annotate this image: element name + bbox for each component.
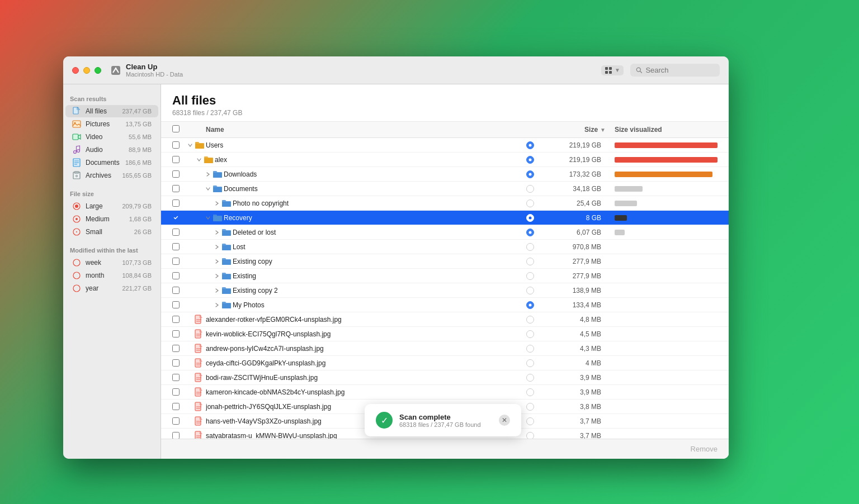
table-row[interactable]: Documents34,18 GB [161, 182, 729, 196]
row-expand-button[interactable] [213, 274, 221, 278]
table-row[interactable]: Recovery 8 GB [161, 211, 729, 225]
row-expand-button[interactable] [213, 230, 221, 235]
sidebar-item-documents[interactable]: Documents 186,6 MB [65, 156, 158, 169]
table-row[interactable]: Photo no copyright25,4 GB [161, 196, 729, 211]
row-star-button[interactable] [522, 403, 539, 411]
row-checkbox[interactable] [172, 141, 186, 149]
select-all-checkbox[interactable] [172, 125, 180, 132]
close-button[interactable] [72, 67, 79, 74]
row-check-input[interactable] [172, 301, 180, 308]
row-expand-button[interactable] [204, 172, 213, 177]
row-star-button[interactable] [522, 359, 539, 367]
table-row[interactable]: alexander-rotker-vfpEGM0RCk4-unsplash.jp… [161, 312, 729, 327]
row-check-input[interactable] [172, 170, 180, 178]
row-star-button[interactable] [522, 214, 539, 222]
header-name[interactable]: Name [206, 126, 522, 134]
row-checkbox[interactable] [172, 359, 186, 367]
toast-close-button[interactable]: ✕ [499, 415, 510, 426]
sidebar-item-year[interactable]: year 221,27 GB [65, 282, 158, 294]
sidebar-item-small[interactable]: Small 26 GB [65, 226, 158, 238]
sidebar-item-video[interactable]: Video 55,6 MB [65, 131, 158, 143]
table-row[interactable]: ceyda-ciftci-GGD9KgalPkY-unsplash.jpg4 M… [161, 356, 729, 370]
sidebar-item-audio[interactable]: Audio 88,9 MB [65, 144, 158, 156]
row-checkbox[interactable] [172, 330, 186, 337]
row-checkbox[interactable] [172, 185, 186, 192]
row-check-input[interactable] [172, 316, 180, 323]
row-check-input[interactable] [172, 243, 180, 250]
row-check-input[interactable] [172, 199, 180, 207]
row-check-input[interactable] [172, 156, 180, 163]
row-expand-button[interactable] [186, 143, 195, 148]
row-checkbox[interactable] [172, 214, 186, 221]
row-checkbox[interactable] [172, 417, 186, 425]
table-row[interactable]: Downloads 173,32 GB [161, 167, 729, 182]
row-star-button[interactable] [522, 170, 539, 178]
row-checkbox[interactable] [172, 432, 186, 439]
table-row[interactable]: Existing copy 2138,9 MB [161, 283, 729, 298]
table-row[interactable]: My Photos 133,4 MB [161, 298, 729, 312]
table-row[interactable]: bodi-raw-ZSCITWjHnuE-unsplash.jpg3,9 MB [161, 370, 729, 385]
view-toggle[interactable]: ▼ [601, 65, 624, 75]
sidebar-item-pictures[interactable]: Pictures 13,75 GB [65, 118, 158, 130]
row-expand-button[interactable] [213, 288, 221, 293]
table-row[interactable]: Lost970,8 MB [161, 240, 729, 254]
row-check-input[interactable] [172, 287, 180, 294]
sidebar-item-week[interactable]: week 107,73 GB [65, 256, 158, 269]
row-check-input[interactable] [172, 417, 180, 425]
row-check-input[interactable] [172, 141, 180, 149]
row-checkbox[interactable] [172, 199, 186, 207]
sidebar-item-month[interactable]: month 108,84 GB [65, 269, 158, 282]
minimize-button[interactable] [83, 67, 90, 74]
row-check-input[interactable] [172, 374, 180, 381]
row-expand-button[interactable] [213, 245, 221, 249]
row-star-button[interactable] [522, 272, 539, 280]
row-checkbox[interactable] [172, 316, 186, 323]
row-checkbox[interactable] [172, 272, 186, 279]
table-row[interactable]: kameron-kincade-obNMAS2b4cY-unsplash.jpg… [161, 385, 729, 400]
row-checkbox[interactable] [172, 403, 186, 410]
table-row[interactable]: Existing copy277,9 MB [161, 254, 729, 269]
row-star-button[interactable] [522, 432, 539, 439]
row-check-input[interactable] [172, 330, 180, 337]
row-checkbox[interactable] [172, 301, 186, 308]
row-expand-button[interactable] [204, 216, 213, 220]
row-star-button[interactable] [522, 301, 539, 309]
search-bar[interactable] [630, 64, 720, 77]
remove-button[interactable]: Remove [691, 445, 718, 453]
table-row[interactable]: andrew-pons-lyICw4zcA7I-unsplash.jpg4,3 … [161, 341, 729, 356]
row-checkbox[interactable] [172, 258, 186, 265]
table-row[interactable]: alex 219,19 GB [161, 153, 729, 167]
row-checkbox[interactable] [172, 388, 186, 396]
sidebar-item-archives[interactable]: Archives 165,65 GB [65, 169, 158, 182]
row-expand-button[interactable] [195, 158, 204, 162]
row-check-input[interactable] [172, 185, 180, 192]
search-input[interactable] [645, 66, 714, 74]
row-checkbox[interactable] [172, 374, 186, 381]
sidebar-item-medium[interactable]: Medium 1,68 GB [65, 213, 158, 225]
sidebar-item-large[interactable]: Large 209,79 GB [65, 200, 158, 212]
row-expand-button[interactable] [213, 303, 221, 307]
row-star-button[interactable] [522, 417, 539, 425]
row-star-button[interactable] [522, 258, 539, 265]
row-checkbox[interactable] [172, 287, 186, 294]
table-row[interactable]: Users 219,19 GB [161, 138, 729, 153]
row-star-button[interactable] [522, 156, 539, 164]
row-star-button[interactable] [522, 316, 539, 324]
row-star-button[interactable] [522, 243, 539, 251]
row-check-input[interactable] [172, 229, 180, 236]
row-check-input[interactable] [172, 345, 180, 352]
row-checkbox[interactable] [172, 243, 186, 250]
row-star-button[interactable] [522, 141, 539, 149]
row-star-button[interactable] [522, 345, 539, 353]
row-star-button[interactable] [522, 388, 539, 396]
row-checkbox[interactable] [172, 229, 186, 236]
table-row[interactable]: kevin-woblick-ECI75Qgl7RQ-unsplash.jpg4,… [161, 327, 729, 341]
header-size[interactable]: Size ▼ [539, 126, 606, 134]
row-check-input[interactable] [172, 403, 180, 410]
sidebar-item-all-files[interactable]: All files 237,47 GB [65, 105, 158, 117]
table-row[interactable]: Deleted or lost 6,07 GB [161, 225, 729, 240]
row-checkbox[interactable] [172, 170, 186, 178]
row-check-input[interactable] [172, 272, 180, 279]
row-star-button[interactable] [522, 374, 539, 382]
row-star-button[interactable] [522, 199, 539, 207]
